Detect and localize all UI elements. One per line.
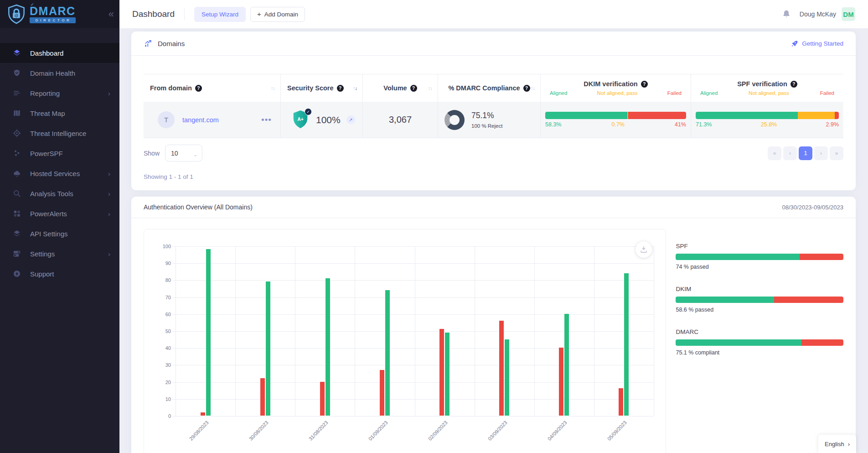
bar-failed-02-09-2023 [439, 329, 444, 416]
plus-icon: + [257, 12, 261, 16]
user-name: Doug McKay [800, 10, 836, 18]
first-page-button[interactable]: « [768, 146, 781, 160]
sidebar-item-hosted-services[interactable]: Hosted Services› [0, 163, 119, 183]
auth-stats-panel: SPF74 % passedDKIM58.6 % passedDMARC75.1… [676, 229, 843, 453]
spf-failed-value: 2.9% [826, 121, 839, 128]
avatar[interactable]: DM [842, 7, 855, 21]
next-page-button[interactable]: › [814, 146, 828, 160]
compliance-donut [444, 110, 465, 130]
stat-dkim: DKIM58.6 % passed [676, 286, 843, 313]
language-selector[interactable]: English › [818, 435, 856, 453]
sidebar-item-analysis-tools[interactable]: Analysis Tools› [0, 183, 119, 203]
sidebar-item-label: Dashboard [30, 49, 63, 57]
main-content: Domains Getting Started From domain?↑↓Se… [119, 28, 868, 453]
spf-notaligned-value: 25.8% [761, 121, 777, 128]
last-page-button[interactable]: » [830, 146, 843, 160]
stat-caption: 75.1 % compliant [676, 349, 843, 356]
aligned-sublabel: Aligned [700, 90, 718, 96]
y-axis-tick: 60 [148, 312, 171, 317]
date-range: 08/30/2023-09/05/2023 [782, 204, 843, 211]
chevron-down-icon: ˬ [194, 151, 197, 156]
help-icon[interactable]: ? [790, 81, 797, 88]
sidebar-item-threat-map[interactable]: Threat Map [0, 103, 119, 123]
prev-page-button[interactable]: ‹ [783, 146, 797, 160]
compliance-policy: 100 % Reject [471, 123, 502, 129]
sidebar-item-threat-intelligence[interactable]: Threat Intelligence [0, 123, 119, 143]
sidebar-item-label: API Settings [30, 230, 68, 238]
app-logo[interactable]: @ ✓ DMARC DIRECTOR « [0, 0, 119, 28]
gridline [415, 246, 415, 416]
security-score-value: 100% [316, 115, 341, 125]
sidebar-collapse-icon[interactable]: « [108, 10, 114, 19]
bar-passed-03-09-2023 [505, 339, 509, 416]
help-icon[interactable]: ? [641, 81, 648, 88]
spf-verification-cell: 71.3% 25.8% 2.9% [691, 102, 843, 138]
gridline [172, 246, 654, 247]
auth-bar-chart: 010203040506070809010029/08/202330/08/20… [144, 229, 666, 453]
user-menu[interactable]: Doug McKay DM [800, 7, 855, 21]
page-1-button[interactable]: 1 [799, 146, 812, 160]
chevron-right-icon: › [108, 170, 110, 177]
toggles-icon [12, 249, 22, 259]
sidebar-item-api-settings[interactable]: API Settings [0, 224, 119, 244]
sidebar-item-poweralerts[interactable]: PowerAlerts› [0, 203, 119, 224]
sidebar-item-domain-health[interactable]: Domain Health [0, 63, 119, 83]
page-title: Dashboard [132, 9, 175, 19]
help-icon[interactable]: ? [523, 85, 530, 92]
getting-started-label: Getting Started [802, 40, 843, 47]
sort-icon[interactable]: ↑↓ [353, 85, 357, 91]
expand-score-icon[interactable]: ↗ [346, 115, 355, 124]
gridline [534, 246, 535, 416]
column-header-volume[interactable]: Volume?↑↓ [362, 74, 438, 102]
help-icon[interactable]: ? [410, 85, 417, 92]
column-header--dmarc-compliance[interactable]: % DMARC Compliance?↑↓ [438, 74, 540, 102]
bar-failed-05-09-2023 [619, 388, 623, 416]
x-axis-label: 29/08/2023 [188, 420, 209, 442]
diamond-cluster-icon [12, 148, 22, 158]
y-axis-tick: 100 [148, 244, 171, 249]
setup-wizard-button[interactable]: Setup Wizard [194, 7, 246, 22]
sidebar: @ ✓ DMARC DIRECTOR « DashboardDomain Hea… [0, 0, 119, 453]
column-header-from-domain[interactable]: From domain?↑↓ [144, 74, 280, 102]
crosshair-icon [12, 128, 22, 138]
sidebar-item-powerspf[interactable]: PowerSPF [0, 143, 119, 163]
verified-check-badge: ✓ [305, 108, 312, 115]
sidebar-item-settings[interactable]: Settings› [0, 244, 119, 264]
chevron-right-icon: › [108, 210, 110, 218]
failed-segment [835, 112, 839, 119]
chevron-right-icon: › [108, 250, 110, 258]
bar-passed-30-08-2023 [266, 281, 270, 416]
aligned-sublabel: Aligned [550, 90, 567, 96]
y-axis-tick: 80 [148, 277, 171, 283]
stat-spf: SPF74 % passed [676, 243, 843, 270]
notification-bell-icon[interactable] [781, 9, 791, 19]
column-header-security-score[interactable]: Security Score?↑↓ [280, 74, 362, 102]
gridline [654, 246, 654, 416]
failed-segment [800, 254, 843, 260]
page-size-select[interactable]: 10 ˬ [165, 145, 202, 161]
sort-icon[interactable]: ↑↓ [271, 85, 275, 91]
help-icon[interactable]: ? [337, 85, 344, 92]
domains-card: Domains Getting Started From domain?↑↓Se… [131, 31, 856, 190]
from-domain-cell: T tangent.com ••• [144, 102, 280, 138]
gridline [172, 280, 654, 281]
gridline [172, 263, 654, 264]
x-axis-label: 01/09/2023 [367, 420, 389, 442]
sort-icon[interactable]: ↑↓ [531, 85, 535, 91]
gridline [172, 399, 654, 400]
add-domain-button[interactable]: + Add Domain [250, 7, 305, 22]
sidebar-item-dashboard[interactable]: Dashboard [0, 43, 119, 63]
sidebar-item-reporting[interactable]: Reporting› [0, 83, 119, 103]
logo-checkmark-icon: ✓ [31, 2, 34, 7]
row-actions-menu-icon[interactable]: ••• [261, 115, 274, 125]
sidebar-item-support[interactable]: Support [0, 264, 119, 284]
domain-link[interactable]: tangent.com [182, 116, 219, 124]
dkim-verification-cell: 58.3% 0.7% 41% [540, 102, 691, 138]
getting-started-link[interactable]: Getting Started [790, 40, 843, 47]
sort-icon[interactable]: ↑↓ [428, 85, 432, 91]
spf-bar [696, 112, 839, 119]
chart-icon [144, 39, 153, 48]
not-aligned-sublabel: Not aligned, pass [749, 90, 789, 96]
verification-sublabels: AlignedNot aligned, passFailed [547, 90, 684, 96]
help-icon[interactable]: ? [195, 85, 202, 92]
